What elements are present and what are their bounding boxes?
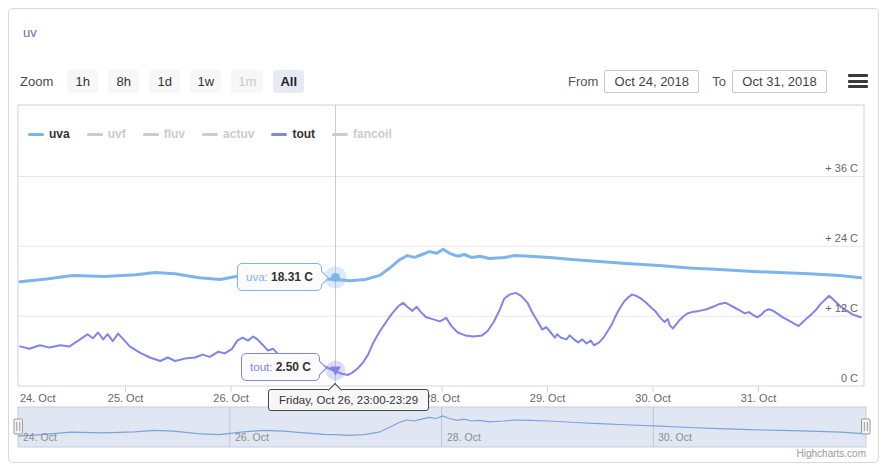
tooltip-tout-value: 2.50 C [276,360,311,374]
series-line-tout[interactable] [20,293,861,375]
tooltip-tout-series: tout: [250,361,272,373]
x-tick-26oct: 26. Oct [213,392,248,404]
chart-plot: 0 C + 12 C + 24 C + 36 C 24. Oct 25. Oct… [0,0,887,471]
tooltip-tout: tout: 2.50 C [241,353,320,381]
tooltip-date: Friday, Oct 26, 23:00-23:29 [268,389,429,411]
x-tick-24oct: 24. Oct [20,392,55,404]
y-tick-0: 0 C [841,372,858,384]
legend-item-uva[interactable]: uva [28,127,70,141]
uvf-series-swatch [87,133,103,136]
nav-tick-26oct: 26. Oct [235,431,269,443]
fancoil-series-swatch [332,133,348,136]
x-tick-30oct: 30. Oct [635,392,670,404]
legend-item-actuv[interactable]: actuv [202,127,254,141]
y-tick-12: + 12 C [825,302,858,314]
y-tick-36: + 36 C [825,162,858,174]
series-group[interactable] [20,249,861,375]
y-axis-labels: 0 C + 12 C + 24 C + 36 C [825,162,858,384]
legend-item-tout[interactable]: tout [271,127,315,141]
nav-tick-28oct: 28. Oct [447,431,481,443]
x-tick-29oct: 29. Oct [530,392,565,404]
navigator[interactable]: 24. Oct 26. Oct 28. Oct 30. Oct [14,407,870,447]
credits-link[interactable]: Highcharts.com [797,448,866,459]
x-tick-28oct: 28. Oct [424,392,459,404]
legend-label-tout: tout [292,127,315,141]
legend: uva uvf fluv actuv tout fancoil [28,127,392,141]
nav-tick-30oct: 30. Oct [658,431,692,443]
legend-label-fluv: fluv [164,127,185,141]
nav-tick-24oct: 24. Oct [23,431,57,443]
uva-series-swatch [28,133,44,136]
legend-label-actuv: actuv [223,127,254,141]
legend-label-uva: uva [49,127,70,141]
tooltip-uva: uva: 18.31 C [237,263,322,291]
legend-item-fancoil[interactable]: fancoil [332,127,392,141]
tooltip-uva-series: uva: [246,271,268,283]
fluv-series-swatch [143,133,159,136]
legend-label-fancoil: fancoil [353,127,392,141]
series-line-uva[interactable] [20,249,861,282]
navigator-handle-right[interactable] [862,419,871,434]
x-tick-31oct: 31. Oct [741,392,776,404]
legend-item-uvf[interactable]: uvf [87,127,126,141]
x-tick-25oct: 25. Oct [108,392,143,404]
legend-item-fluv[interactable]: fluv [143,127,185,141]
tooltip-uva-value: 18.31 C [271,270,313,284]
actuv-series-swatch [202,133,218,136]
legend-label-uvf: uvf [108,127,126,141]
tout-series-swatch [271,133,287,136]
uva-hover-marker[interactable] [331,273,340,282]
navigator-handle-left[interactable] [14,419,23,434]
y-tick-24: + 24 C [825,232,858,244]
tooltip-date-text: Friday, Oct 26, 23:00-23:29 [279,394,418,406]
